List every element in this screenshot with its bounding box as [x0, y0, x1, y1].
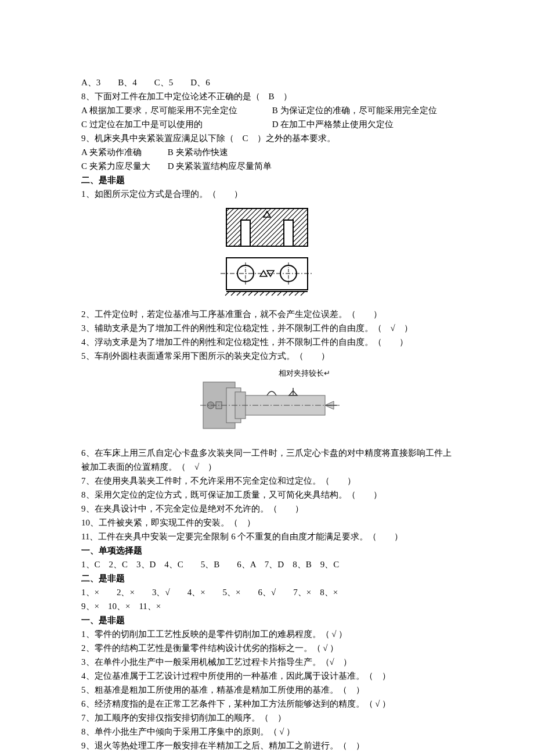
tf-answers-1: 1、× 2、× 3、√ 4、× 5、× 6、√ 7、× 8、×: [81, 585, 453, 599]
question-8-options-cd: C 过定位在加工中是可以使用的 D 在加工中严格禁止使用欠定位: [81, 117, 453, 131]
option-line: A、3 B、4 C、5 D、6: [81, 75, 453, 89]
tf-question-7: 7、在使用夹具装夹工件时，不允许采用不完全定位和过定位。（ ）: [81, 474, 453, 488]
tf2-question-2: 2、零件的结构工艺性是衡量零件结构设计优劣的指标之一。（ √ ）: [81, 641, 453, 655]
section-title-tf-2: 一、是非题: [81, 613, 453, 627]
svg-rect-2: [241, 220, 250, 246]
svg-line-19: [272, 291, 276, 296]
tf-question-1: 1、如图所示定位方式是合理的。（ ）: [81, 187, 453, 201]
tf-question-6: 6、在车床上用三爪自定心卡盘多次装夹同一工件时，三爪定心卡盘的对中精度将直接影响…: [81, 446, 453, 474]
question-9-options-cd: C 夹紧力应尽量大 D 夹紧装置结构应尽量简单: [81, 159, 453, 173]
mc-answers: 1、C 2、C 3、D 4、C 5、B 6、A 7、D 8、B 9、C: [81, 557, 453, 571]
tf2-question-3: 3、在单件小批生产中一般采用机械加工艺过程卡片指导生产。（√ ）: [81, 655, 453, 669]
svg-line-16: [254, 291, 258, 296]
tf2-question-4: 4、定位基准属于工艺设计过程中所使用的一种基准，因此属于设计基准。（ ）: [81, 669, 453, 683]
svg-line-12: [231, 291, 235, 296]
tf2-question-6: 6、经济精度指的是在正常工艺条件下，某种加工方法所能够达到的精度。（ √ ）: [81, 697, 453, 711]
svg-line-18: [266, 291, 270, 296]
svg-line-14: [243, 291, 247, 296]
tf2-question-8: 8、单件小批生产中倾向于采用工序集中的原则。（ √ ）: [81, 725, 453, 739]
tf2-question-7: 7、加工顺序的安排仅指安排切削加工的顺序。（ ）: [81, 711, 453, 725]
question-8: 8、下面对工件在加工中定位论述不正确的是（ B ）: [81, 89, 453, 103]
tf2-question-5: 5、粗基准是粗加工所使用的基准，精基准是精加工所使用的基准。（ ）: [81, 683, 453, 697]
question-9: 9、机床夹具中夹紧装置应满足以下除（ C ）之外的基本要求。: [81, 131, 453, 145]
tf-question-11: 11、工件在夹具中安装一定要完全限制 6 个不重复的自由度才能满足要求。（ ）: [81, 530, 453, 543]
tf2-question-1: 1、零件的切削加工工艺性反映的是零件切削加工的难易程度。（ √ ）: [81, 627, 453, 641]
svg-line-20: [277, 291, 282, 296]
section-title-mc-answers: 一、单项选择题: [81, 543, 453, 557]
svg-line-22: [289, 291, 293, 296]
svg-rect-1: [226, 208, 308, 246]
svg-line-15: [248, 291, 252, 296]
figure-2: 相对夹持较长↵: [81, 368, 453, 441]
tf-question-9: 9、在夹具设计中，不完全定位是绝对不允许的。（ ）: [81, 502, 453, 516]
svg-line-21: [283, 291, 287, 296]
figure-1: [81, 206, 453, 303]
question-8-options-ab: A 根据加工要求，尽可能采用不完全定位 B 为保证定位的准确，尽可能采用完全定位: [81, 103, 453, 117]
svg-line-11: [225, 291, 229, 296]
tf-question-3: 3、辅助支承是为了增加工件的刚性和定位稳定性，并不限制工件的自由度。（ √ ）: [81, 321, 453, 335]
tf-question-2: 2、工件定位时，若定位基准与工序基准重合，就不会产生定位误差。（ ）: [81, 307, 453, 321]
tf-question-4: 4、浮动支承是为了增加工件的刚性和定位稳定性，并不限制工件的自由度。（ ）: [81, 335, 453, 349]
svg-line-17: [260, 291, 264, 296]
figure-2-label: 相对夹持较长↵: [279, 369, 330, 377]
tf-question-8: 8、采用欠定位的定位方式，既可保证加工质量，又可简化夹具结构。（ ）: [81, 488, 453, 502]
tf-question-10: 10、工件被夹紧，即实现工件的安装。（ ）: [81, 516, 453, 530]
tf-question-5: 5、车削外圆柱表面通常采用下图所示的装夹定位方式。（ ）: [81, 349, 453, 363]
svg-line-24: [301, 291, 305, 296]
section-title-tf-answers: 二、是非题: [81, 571, 453, 585]
section-title-true-false: 二、是非题: [81, 173, 453, 187]
question-9-options-ab: A 夹紧动作准确 B 夹紧动作快速: [81, 145, 453, 159]
tf-answers-2: 9、× 10、× 11、×: [81, 599, 453, 613]
svg-line-23: [295, 291, 299, 296]
svg-rect-3: [284, 220, 293, 246]
svg-line-13: [237, 291, 241, 296]
tf2-question-9: 9、退火等热处理工序一般安排在半精加工之后、精加工之前进行。（ ）: [81, 739, 453, 753]
